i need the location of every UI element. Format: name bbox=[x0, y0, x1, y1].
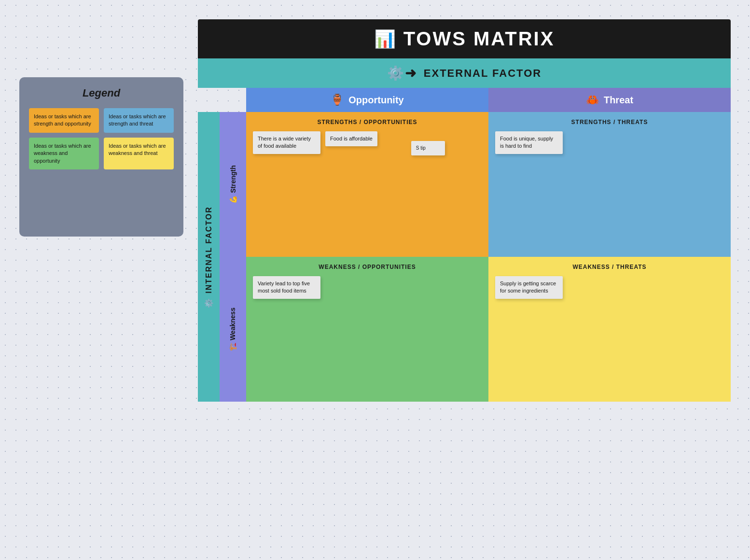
legend-item-green: Ideas or tasks which are weakness and op… bbox=[29, 138, 99, 169]
tows-icon: 📊 bbox=[374, 29, 396, 49]
external-label: EXTERNAL FACTOR bbox=[424, 67, 542, 80]
weakness-label: Weakness bbox=[229, 308, 237, 340]
strength-rotated: 💪 Strength bbox=[229, 165, 237, 204]
internal-factor-bar: ⚙️ INTERNAL FACTOR bbox=[198, 112, 220, 402]
legend-item-orange: Ideas or tasks which are strength and op… bbox=[29, 108, 99, 133]
opportunity-icon: 🏺 bbox=[331, 94, 344, 106]
list-item: S tip bbox=[411, 141, 445, 155]
main-container: Legend Ideas or tasks which are strength… bbox=[0, 0, 750, 421]
sub-bars: 💪 Strength 🏗️ Weakness bbox=[220, 112, 246, 402]
opportunity-label: Opportunity bbox=[348, 95, 403, 106]
matrix-wrapper: 📊 TOWS MATRIX ⚙️➜ EXTERNAL FACTOR 🏺 Oppo… bbox=[198, 19, 731, 402]
internal-icon: ⚙️ bbox=[204, 297, 213, 308]
quadrant-st: STRENGTHS / THREATS Food is unique, supp… bbox=[488, 112, 731, 257]
internal-bars: ⚙️ INTERNAL FACTOR 💪 Strength 🏗️ bbox=[198, 112, 246, 402]
tows-header: 📊 TOWS MATRIX bbox=[198, 19, 731, 58]
wt-notes: Supply is getting scarce for some ingred… bbox=[495, 276, 724, 299]
quadrant-so: STRENGTHS / OPPORTUNITIES There is a wid… bbox=[246, 112, 488, 257]
quadrant-wo: WEAKNESS / OPPORTUNITIES Variety lead to… bbox=[246, 257, 488, 402]
main-grid-area: ⚙️ INTERNAL FACTOR 💪 Strength 🏗️ bbox=[198, 112, 731, 402]
legend-item-blue: Ideas or tasks which are strength and th… bbox=[104, 108, 174, 133]
list-item: Supply is getting scarce for some ingred… bbox=[495, 276, 563, 299]
wo-label: WEAKNESS / OPPORTUNITIES bbox=[253, 264, 482, 270]
wt-label: WEAKNESS / THREATS bbox=[495, 264, 724, 270]
list-item: Variety lead to top five most sold food … bbox=[253, 276, 320, 299]
st-label: STRENGTHS / THREATS bbox=[495, 119, 724, 126]
weakness-icon: 🏗️ bbox=[229, 343, 237, 351]
legend-title: Legend bbox=[29, 87, 174, 99]
legend-grid: Ideas or tasks which are strength and op… bbox=[29, 108, 174, 169]
quadrant-wt: WEAKNESS / THREATS Supply is getting sca… bbox=[488, 257, 731, 402]
list-item: There is a wide variety of food availabl… bbox=[253, 131, 320, 154]
wo-notes: Variety lead to top five most sold food … bbox=[253, 276, 482, 299]
so-label: STRENGTHS / OPPORTUNITIES bbox=[253, 119, 482, 126]
threat-label: Threat bbox=[604, 95, 633, 106]
external-factor-bar: ⚙️➜ EXTERNAL FACTOR bbox=[198, 58, 731, 88]
legend-item-yellow: Ideas or tasks which are weakness and th… bbox=[104, 138, 174, 169]
legend-box: Legend Ideas or tasks which are strength… bbox=[19, 77, 183, 237]
list-item: Food is unique, supply is hard to find bbox=[495, 131, 563, 154]
col-header-threat: 🦀 Threat bbox=[488, 88, 731, 112]
st-notes: Food is unique, supply is hard to find bbox=[495, 131, 724, 154]
so-notes: There is a wide variety of food availabl… bbox=[253, 131, 482, 155]
strength-label: Strength bbox=[229, 165, 237, 193]
column-headers: 🏺 Opportunity 🦀 Threat bbox=[246, 88, 731, 112]
quadrant-grid: STRENGTHS / OPPORTUNITIES There is a wid… bbox=[246, 112, 731, 402]
strength-bar: 💪 Strength bbox=[220, 112, 246, 257]
weakness-bar: 🏗️ Weakness bbox=[220, 257, 246, 402]
strength-icon: 💪 bbox=[229, 196, 237, 204]
tows-title: TOWS MATRIX bbox=[403, 28, 555, 50]
internal-label: ⚙️ INTERNAL FACTOR bbox=[204, 206, 213, 308]
list-item: Food is affordable bbox=[325, 131, 377, 146]
external-icon: ⚙️➜ bbox=[387, 65, 417, 81]
col-header-opportunity: 🏺 Opportunity bbox=[246, 88, 488, 112]
weakness-rotated: 🏗️ Weakness bbox=[229, 308, 237, 351]
threat-icon: 🦀 bbox=[586, 94, 599, 106]
